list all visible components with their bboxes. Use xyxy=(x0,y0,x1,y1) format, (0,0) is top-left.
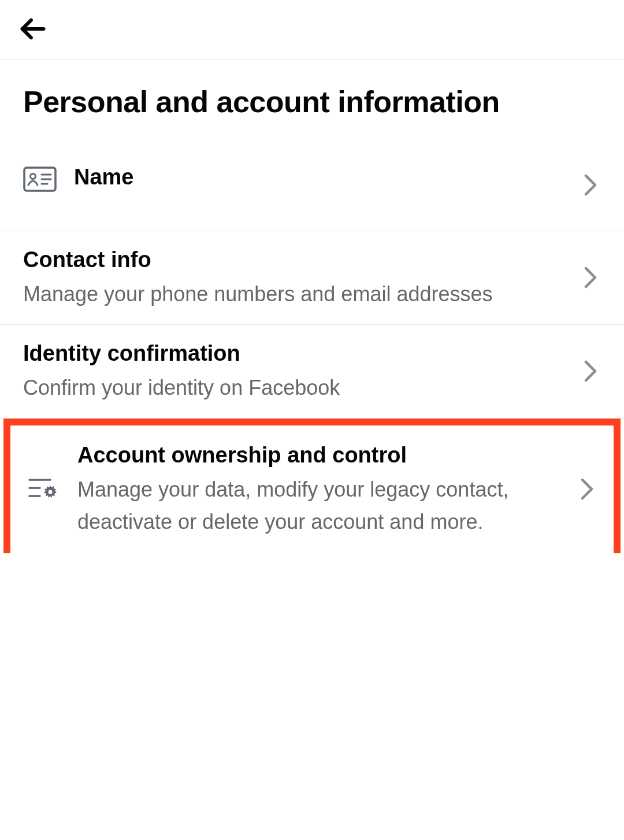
list-item-contact-info[interactable]: Contact info Manage your phone numbers a… xyxy=(0,231,624,325)
list-item-account-ownership[interactable]: Account ownership and control Manage you… xyxy=(3,419,621,553)
item-content: Identity confirmation Confirm your ident… xyxy=(23,339,580,404)
svg-point-2 xyxy=(31,173,36,179)
header-bar xyxy=(0,0,624,60)
item-title: Name xyxy=(74,162,569,192)
item-content: Contact info Manage your phone numbers a… xyxy=(23,245,580,310)
item-subtitle: Manage your data, modify your legacy con… xyxy=(77,473,565,538)
item-title: Account ownership and control xyxy=(77,441,565,470)
item-content: Account ownership and control Manage you… xyxy=(77,441,577,538)
list-gear-icon xyxy=(27,472,60,506)
item-title: Identity confirmation xyxy=(23,339,569,368)
item-title: Contact info xyxy=(23,245,569,275)
chevron-right-icon xyxy=(580,267,601,288)
chevron-right-icon xyxy=(577,479,597,499)
page-title: Personal and account information xyxy=(0,60,624,151)
list-item-name[interactable]: Name xyxy=(0,151,624,231)
back-button[interactable] xyxy=(16,13,49,45)
list-item-identity-confirmation[interactable]: Identity confirmation Confirm your ident… xyxy=(0,325,624,419)
item-subtitle: Manage your phone numbers and email addr… xyxy=(23,278,569,310)
chevron-right-icon xyxy=(580,175,601,195)
svg-point-10 xyxy=(49,490,53,494)
id-card-icon xyxy=(23,162,57,196)
chevron-right-icon xyxy=(580,361,601,382)
item-content: Name xyxy=(74,162,580,192)
item-subtitle: Confirm your identity on Facebook xyxy=(23,372,569,404)
arrow-left-icon xyxy=(17,14,47,44)
